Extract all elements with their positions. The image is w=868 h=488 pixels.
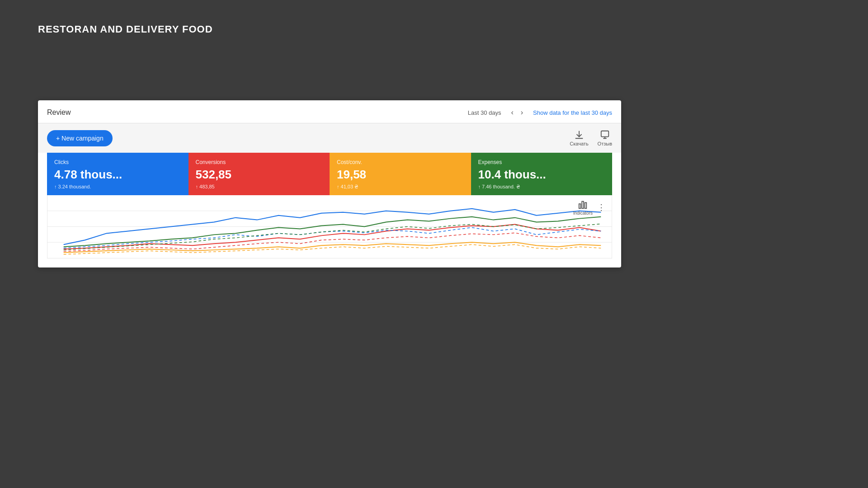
prev-arrow-button[interactable]: ‹ <box>508 108 516 117</box>
review-label: Review <box>47 108 71 117</box>
cost-conv-value: 19,58 <box>337 168 464 181</box>
feedback-button[interactable]: Отзыв <box>598 130 612 146</box>
header-right: Last 30 days ‹ › Show data for the last … <box>468 108 612 117</box>
stat-card-conversions: Conversions 532,85 483,85 <box>189 153 330 195</box>
cost-conv-change: 41,03 ₴ <box>337 184 464 190</box>
expenses-value: 10.4 thous... <box>478 168 605 181</box>
download-icon <box>574 130 584 140</box>
stat-card-expenses: Expenses 10.4 thous... 7.46 thousand. ₴ <box>471 153 613 195</box>
bar-chart-icon <box>578 200 588 210</box>
stats-row: Clicks 4.78 thous... 3.24 thousand. Conv… <box>47 153 612 195</box>
toolbar-right: Скачать Отзыв <box>570 130 612 146</box>
svg-rect-3 <box>585 202 587 208</box>
download-button[interactable]: Скачать <box>570 130 588 146</box>
svg-rect-0 <box>601 131 609 137</box>
line-chart <box>47 195 612 258</box>
header-left: Review <box>47 108 71 117</box>
chart-container: Indicators ⋮ <box>47 195 612 258</box>
download-label: Скачать <box>570 141 588 146</box>
clicks-label: Clicks <box>54 159 181 165</box>
main-card: Review Last 30 days ‹ › Show data for th… <box>38 100 621 267</box>
show-data-link[interactable]: Show data for the last 30 days <box>533 109 612 116</box>
svg-rect-2 <box>582 201 584 208</box>
expenses-change: 7.46 thousand. ₴ <box>478 184 605 190</box>
toolbar: + New campaign Скачать Отзыв <box>38 123 621 153</box>
page-title: RESTORAN AND DELIVERY FOOD <box>38 23 213 35</box>
indicators-label: Indicators <box>573 211 593 216</box>
next-arrow-button[interactable]: › <box>518 108 526 117</box>
indicators-button[interactable]: Indicators <box>573 200 593 216</box>
feedback-icon <box>600 130 610 140</box>
feedback-label: Отзыв <box>598 141 612 146</box>
conversions-label: Conversions <box>196 159 323 165</box>
conversions-value: 532,85 <box>196 168 323 181</box>
nav-arrows: ‹ › <box>508 108 526 117</box>
new-campaign-button[interactable]: + New campaign <box>47 130 113 146</box>
clicks-value: 4.78 thous... <box>54 168 181 181</box>
date-range-label: Last 30 days <box>468 109 501 116</box>
cost-conv-label: Cost/conv. <box>337 159 464 165</box>
more-options-button[interactable]: ⋮ <box>597 203 605 211</box>
svg-rect-1 <box>579 204 581 208</box>
conversions-change: 483,85 <box>196 184 323 189</box>
stat-card-cost-conv: Cost/conv. 19,58 41,03 ₴ <box>330 153 471 195</box>
card-header: Review Last 30 days ‹ › Show data for th… <box>38 100 621 123</box>
clicks-change: 3.24 thousand. <box>54 184 181 189</box>
expenses-label: Expenses <box>478 159 605 165</box>
stat-card-clicks: Clicks 4.78 thous... 3.24 thousand. <box>47 153 189 195</box>
